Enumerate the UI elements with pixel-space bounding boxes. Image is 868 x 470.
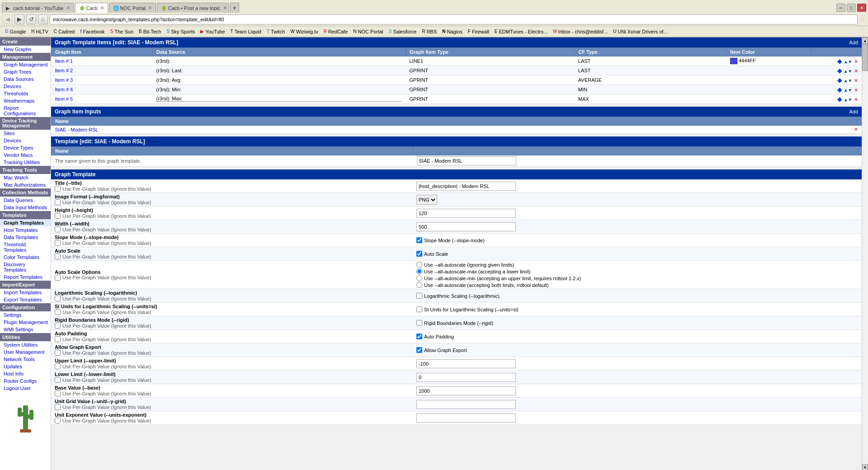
sidebar-item-sites[interactable]: Sites [0, 130, 51, 137]
bookmark-firewall[interactable]: FFirewall [466, 28, 491, 35]
bookmark-star[interactable]: ☆ [859, 16, 865, 23]
gt-cb-logarithmic-per-graph[interactable] [55, 296, 61, 301]
sidebar-item-threshold-templates[interactable]: Threshold Templates [0, 241, 51, 254]
gt-cb-rigid-value[interactable] [416, 320, 422, 326]
sidebar-item-graph-management[interactable]: Graph Management [0, 61, 51, 68]
sidebar-item-system-utilities[interactable]: System Utilities [0, 341, 51, 348]
scrollbar-thumb[interactable] [862, 44, 868, 71]
scrollbar-track[interactable] [862, 44, 868, 464]
gt-cb-imgformat[interactable] [55, 199, 61, 205]
bookmark-google[interactable]: GGoogle [3, 28, 28, 35]
sidebar-item-mac-auth[interactable]: Mac Authorizations [0, 181, 51, 188]
sidebar-item-network-tools[interactable]: Network Tools [0, 356, 51, 363]
sidebar-section-templates[interactable]: Templates [0, 211, 51, 219]
graph-item-inputs-add-button[interactable]: Add [849, 109, 858, 114]
sidebar-item-user-management[interactable]: User Management [0, 348, 51, 356]
sidebar-item-data-input[interactable]: Data Input Methods [0, 204, 51, 211]
bookmark-redcafe[interactable]: RRedCafe [321, 28, 350, 35]
sidebar-item-settings[interactable]: Settings [0, 311, 51, 319]
bookmark-bittech[interactable]: BBit-Tech [137, 28, 163, 35]
item-link[interactable]: Item # 2 [55, 68, 73, 73]
delete-row-icon[interactable]: ✕ [854, 59, 858, 64]
move-arrows-icon[interactable]: ▲▼ [844, 69, 853, 74]
minimize-button[interactable]: ─ [836, 4, 845, 12]
bookmark-xonar[interactable]: UUNi Xonar Drivers of... [611, 28, 670, 35]
gt-cb-title[interactable] [55, 186, 61, 192]
gt-input-upper-limit[interactable] [416, 359, 516, 368]
gt-cb-width[interactable] [55, 226, 61, 232]
gt-cb-unit-exponent-per-graph[interactable] [55, 418, 61, 423]
tab-close-noc[interactable]: ✕ [148, 5, 152, 10]
sidebar-item-devices[interactable]: Devices [0, 83, 51, 90]
reload-button[interactable]: ↺ [26, 14, 36, 24]
sidebar-item-tracking-utilities[interactable]: Tracking Utilities [0, 159, 51, 166]
gt-cb-height[interactable] [55, 213, 61, 219]
tab-close-cacti[interactable]: ✕ [100, 5, 104, 10]
gt-cb-logarithmic-value[interactable] [416, 293, 422, 299]
address-bar[interactable] [50, 14, 858, 24]
bookmark-facebook[interactable]: fFacebook [78, 28, 107, 35]
restore-button[interactable]: □ [847, 4, 856, 12]
gt-cb-autopadding-value[interactable] [416, 334, 422, 339]
gt-input-title[interactable] [416, 182, 516, 191]
gt-cb-upper-limit-per-graph[interactable] [55, 363, 61, 369]
bookmark-wiziwig[interactable]: WWiziwig.tv [288, 28, 320, 35]
sidebar-item-thresholds[interactable]: Thresholds [0, 90, 51, 97]
sidebar-section-device-tracking[interactable]: Device Tracking Management [0, 117, 51, 130]
sidebar-section-create[interactable]: Create [0, 38, 51, 46]
tab-close-cacti-post[interactable]: ✕ [223, 5, 227, 10]
bookmark-cadred[interactable]: CCadred [52, 28, 77, 35]
item-link[interactable]: Item # 1 [55, 58, 73, 64]
tab-cacti-post[interactable]: 🌵 Cacti • Post a new topic ✕ [157, 3, 229, 13]
bookmark-hltv[interactable]: HHLTV [29, 28, 51, 35]
gt-cb-si-per-graph[interactable] [55, 309, 61, 315]
gt-cb-slope-per-graph[interactable] [55, 240, 61, 246]
gt-cb-autoscale-per-graph[interactable] [55, 254, 61, 259]
item-link[interactable]: Item # 4 [55, 87, 73, 92]
move-up-icon[interactable]: ◆ [837, 57, 842, 65]
move-arrows-icon[interactable]: ▲▼ [844, 59, 853, 64]
sidebar-item-report-configurations[interactable]: Report Configurations [0, 104, 51, 117]
sidebar-item-color-templates[interactable]: Color Templates [0, 254, 51, 261]
tab-close-youtube[interactable]: ✕ [66, 5, 70, 10]
bookmark-salesforce[interactable]: SSalesforce [387, 28, 419, 35]
sidebar-item-plugin-management[interactable]: Plugin Management [0, 319, 51, 326]
bookmark-youtube[interactable]: ▶YouTube [198, 28, 227, 35]
template-name-input[interactable] [417, 156, 516, 165]
sidebar-item-import-templates[interactable]: Import Templates [0, 289, 51, 296]
bookmark-edmtunes[interactable]: EEDMTunes - Electro... [492, 28, 550, 35]
sidebar-section-management[interactable]: Management [0, 53, 51, 61]
delete-row-icon[interactable]: ✕ [854, 78, 858, 83]
scrollbar-up[interactable]: ▲ [862, 38, 868, 44]
sidebar-item-mac-watch[interactable]: Mac Watch [0, 174, 51, 181]
sidebar-item-vendor-macs[interactable]: Vendor Macs [0, 151, 51, 159]
sidebar-item-weathermaps[interactable]: Weathermaps [0, 97, 51, 104]
sidebar-item-wmi-settings[interactable]: WMI Settings [0, 326, 51, 333]
gt-cb-slope-value[interactable] [416, 237, 422, 243]
gt-radio-option-0[interactable]: Use --alt-autoscale (ignoring given limi… [416, 262, 858, 268]
sidebar-section-import-export[interactable]: Import/Export [0, 281, 51, 289]
move-up-icon[interactable]: ◆ [837, 86, 842, 93]
move-up-icon[interactable]: ◆ [837, 67, 842, 74]
home-button[interactable]: ⌂ [38, 14, 48, 24]
sidebar-item-data-queries[interactable]: Data Queries [0, 197, 51, 204]
tab-cacti[interactable]: 🌵 Cacti ✕ [75, 3, 108, 13]
scrollbar[interactable]: ▲ ▼ [862, 38, 868, 470]
gt-cb-si-value[interactable] [416, 306, 422, 312]
sidebar-item-host-templates[interactable]: Host Templates [0, 226, 51, 234]
graph-template-items-add-button[interactable]: Add [849, 40, 858, 45]
bookmark-nocportal[interactable]: NNOC Portal [351, 28, 385, 35]
delete-row-icon[interactable]: ✕ [854, 68, 858, 74]
move-arrows-icon[interactable]: ▲▼ [844, 78, 853, 83]
gt-cb-autoscale-options-per-graph[interactable] [55, 275, 61, 281]
delete-row-icon[interactable]: ✕ [854, 87, 858, 93]
gt-radio-autoscale-1[interactable] [416, 268, 422, 274]
tab-noc[interactable]: 🌐 NOC Portal ✕ [109, 3, 156, 13]
sidebar-item-data-sources[interactable]: Data Sources [0, 75, 51, 83]
sidebar-section-configuration[interactable]: Configuration [0, 303, 51, 311]
gt-radio-autoscale-0[interactable] [416, 262, 422, 268]
sidebar-item-discovery-templates[interactable]: Discovery Templates [0, 261, 51, 273]
sidebar-item-graph-trees[interactable]: Graph Trees [0, 68, 51, 75]
gi-input-name-link[interactable]: SIAE - Modem RSL [55, 127, 99, 132]
gt-radio-option-3[interactable]: Use --alt-autoscale (accepting both limi… [416, 282, 858, 288]
